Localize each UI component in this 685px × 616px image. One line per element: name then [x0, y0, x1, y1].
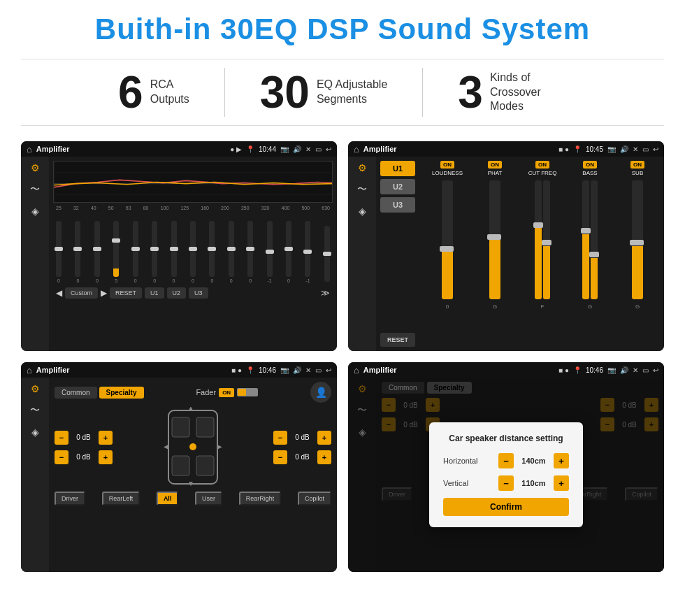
speaker3-icon[interactable]: ◈	[31, 427, 39, 438]
speaker-icon[interactable]: ◈	[31, 206, 39, 217]
screen-fader: ⌂ Amplifier ■ ● 📍 10:46 📷 🔊 ✕ ▭ ↩ ⚙ 〜 ◈	[21, 362, 337, 572]
minus-btn-4[interactable]: −	[273, 450, 287, 464]
eq-slider-1: 0	[75, 221, 80, 283]
ctrl-row-4: − 0 dB +	[273, 450, 331, 464]
eq-slider-2: 0	[94, 221, 100, 283]
horizontal-plus-btn[interactable]: +	[554, 453, 569, 468]
screen1-content: ⚙ 〜 ◈	[21, 157, 337, 351]
horizontal-label: Horizontal	[443, 457, 485, 465]
horizontal-value: 140cm	[518, 457, 549, 465]
reset-btn-cross[interactable]: RESET	[380, 333, 415, 347]
minus-btn-1[interactable]: −	[55, 431, 68, 445]
cam2-icon: 📷	[607, 145, 616, 153]
fader-on-toggle[interactable]: ON	[219, 388, 234, 397]
time-4: 10:46	[586, 366, 603, 374]
tab-specialty[interactable]: Specialty	[99, 387, 144, 399]
dot2-icon: ■ ●	[558, 145, 569, 153]
status-bar-4: ⌂ Amplifier ■ ● 📍 10:46 📷 🔊 ✕ ▭ ↩	[348, 362, 664, 378]
horizontal-row: Horizontal − 140cm +	[443, 453, 569, 468]
crossover-channels: ON LOUDNESS 0 ON PH	[425, 161, 660, 347]
speaker2-icon[interactable]: ◈	[359, 206, 366, 217]
horizontal-control: − 140cm +	[498, 453, 569, 468]
eq2-icon[interactable]: ⚙	[358, 162, 367, 173]
tab-common[interactable]: Common	[55, 387, 97, 399]
horizontal-minus-btn[interactable]: −	[498, 453, 514, 468]
minus-btn-3[interactable]: −	[273, 431, 287, 445]
dialog-title: Car speaker distance setting	[443, 434, 569, 443]
svg-text:▲: ▲	[187, 407, 194, 412]
plus-btn-4[interactable]: +	[317, 450, 331, 464]
channel-cutfreq: ON CUT FREQ	[520, 161, 565, 347]
eq-slider-4: 0	[133, 221, 138, 283]
dot4-icon: ■ ●	[558, 366, 569, 374]
rect4-icon: ▭	[642, 366, 649, 374]
stat-label-rca: RCAOutputs	[150, 78, 189, 107]
back2-icon: ↩	[653, 145, 658, 153]
copilot-btn[interactable]: Copilot	[298, 492, 331, 506]
db-value-3: 0 dB	[290, 434, 315, 441]
home-icon-4: ⌂	[354, 365, 359, 375]
custom-preset-btn[interactable]: Custom	[65, 287, 98, 299]
eq-slider-8: 0	[209, 221, 215, 283]
stat-crossover: 3 Kinds ofCrossover Modes	[423, 70, 602, 115]
plus-btn-1[interactable]: +	[99, 431, 113, 445]
minus-btn-2[interactable]: −	[55, 450, 68, 464]
eq-icon[interactable]: ⚙	[31, 162, 40, 173]
time-2: 10:45	[586, 145, 603, 153]
rect-icon-1: ▭	[315, 145, 322, 153]
mode-u2[interactable]: U2	[380, 179, 415, 194]
speaker-layout-area: − 0 dB + − 0 dB +	[55, 407, 331, 487]
eq-sliders-row: 0 0 0 5	[53, 213, 333, 283]
mode-u3[interactable]: U3	[380, 197, 415, 213]
eq-slider-3: 5	[113, 221, 119, 283]
fader-settings-icon[interactable]: 👤	[310, 382, 331, 403]
wave3-icon[interactable]: 〜	[30, 404, 40, 417]
plus-btn-2[interactable]: +	[99, 450, 113, 464]
prev-arrow[interactable]: ◀	[56, 288, 62, 298]
u1-btn-eq[interactable]: U1	[145, 287, 164, 299]
eq-graph	[53, 161, 333, 203]
vertical-plus-btn[interactable]: +	[554, 475, 569, 491]
back3-icon: ↩	[326, 366, 331, 374]
cam4-icon: 📷	[607, 366, 616, 374]
mode-u1[interactable]: U1	[380, 161, 415, 176]
speaker-controls-right: − 0 dB + − 0 dB +	[273, 407, 331, 487]
reset-btn-eq[interactable]: RESET	[110, 287, 142, 299]
svg-point-9	[189, 443, 196, 450]
u2-btn-eq[interactable]: U2	[167, 287, 187, 299]
u3-btn-eq[interactable]: U3	[189, 287, 208, 299]
app-name-2: Amplifier	[363, 145, 554, 153]
vol3-icon: 🔊	[293, 366, 301, 374]
rearright-btn[interactable]: RearRight	[239, 492, 282, 506]
stat-number-crossover: 3	[458, 70, 483, 115]
status-bar-3: ⌂ Amplifier ■ ● 📍 10:46 📷 🔊 ✕ ▭ ↩	[21, 362, 337, 378]
vertical-minus-btn[interactable]: −	[498, 475, 514, 491]
wave-icon[interactable]: 〜	[30, 183, 40, 196]
plus-btn-3[interactable]: +	[317, 431, 331, 445]
confirm-button[interactable]: Confirm	[443, 498, 569, 516]
ctrl-row-1: − 0 dB +	[55, 431, 113, 445]
eq-slider-12: 0	[286, 221, 291, 283]
all-btn[interactable]: All	[157, 492, 179, 506]
screen1-sidebar: ⚙ 〜 ◈	[21, 157, 49, 351]
eq3-icon[interactable]: ⚙	[31, 383, 40, 394]
pin3-icon: 📍	[246, 366, 254, 374]
screen4-content: ⚙ 〜 ◈ Common Specialty − 0 dB	[348, 378, 664, 572]
x4-icon: ✕	[633, 366, 638, 374]
car-diagram: ▲ ▼ ◀ ▶	[117, 407, 269, 487]
screen2-sidebar: ⚙ 〜 ◈	[348, 157, 376, 351]
eq-slider-13: -1	[305, 221, 310, 283]
dialog-overlay: Car speaker distance setting Horizontal …	[348, 378, 664, 572]
user-btn[interactable]: User	[195, 492, 222, 506]
rearleft-btn[interactable]: RearLeft	[102, 492, 140, 506]
stat-number-rca: 6	[118, 70, 143, 115]
vol4-icon: 🔊	[620, 366, 628, 374]
wave2-icon[interactable]: 〜	[357, 183, 367, 196]
stat-label-crossover: Kinds ofCrossover Modes	[490, 71, 567, 114]
next-arrow[interactable]: ▶	[101, 288, 107, 298]
pin4-icon: 📍	[573, 366, 582, 374]
driver-btn[interactable]: Driver	[55, 492, 85, 506]
pin-icon-1: 📍	[246, 145, 254, 153]
cam3-icon: 📷	[280, 366, 289, 374]
dot3-icon: ■ ●	[231, 366, 242, 374]
